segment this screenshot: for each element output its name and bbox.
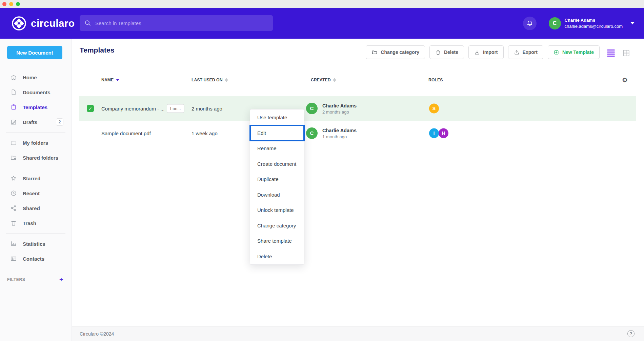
close-window-icon[interactable] [2,2,6,6]
role-badge[interactable]: H [439,128,448,138]
sidebar-item-home[interactable]: Home [0,70,72,85]
filters-label: FILTERS [7,277,25,282]
template-icon [10,104,17,111]
menu-item-edit[interactable]: Edit [250,125,304,141]
export-button[interactable]: Export [508,45,543,59]
sidebar-item-my-folders[interactable]: My folders [0,135,72,150]
role-badge[interactable]: S [429,103,439,113]
user-name: Charlie Adams [565,17,623,24]
menu-item-use-template[interactable]: Use template [250,110,304,125]
contact-card-icon [10,255,17,262]
filters-section: FILTERS + [0,272,72,283]
check-icon: ✓ [88,106,92,111]
footer: Circularo ©2024 ? [72,326,644,341]
context-menu: Use template Edit Rename Create document… [250,109,304,265]
new-template-button[interactable]: New Template [548,45,600,59]
sidebar-item-label: Trash [23,220,36,226]
created-time: 2 months ago [322,109,357,115]
new-document-button[interactable]: New Document [7,46,62,59]
sidebar-item-label: Shared [23,205,40,211]
created-cell: C Charlie Adams 1 month ago [306,127,357,139]
menu-item-share-template[interactable]: Share template [250,233,304,249]
plus-square-icon [554,49,559,55]
user-email: charlie.adams@circularo.com [565,24,623,29]
sidebar-item-shared-folders[interactable]: Shared folders [0,150,72,165]
sidebar-item-documents[interactable]: Documents [0,85,72,100]
brand-name: circularo [31,18,75,29]
row-checkbox-checked[interactable]: ✓ [87,105,94,112]
template-name[interactable]: Sample document.pdf [101,130,151,136]
sidebar-item-label: Documents [23,89,51,95]
menu-item-duplicate[interactable]: Duplicate [250,172,304,187]
menu-item-change-category[interactable]: Change category [250,218,304,234]
column-header-last-used[interactable]: LAST USED ON [192,78,228,82]
sidebar-item-label: Recent [23,190,40,196]
delete-button[interactable]: Delete [429,45,464,59]
sidebar-item-label: Shared folders [23,155,58,161]
column-header-created[interactable]: CREATED [311,78,336,82]
creator-name: Charlie Adams [322,127,357,134]
user-menu[interactable]: C Charlie Adams charlie.adams@circularo.… [549,17,635,29]
sidebar-divider [6,269,65,269]
sidebar-item-label: Statistics [23,241,45,247]
table-row[interactable]: ✓ Company memorandum - ... Loc... 2 mont… [79,96,636,121]
trash-icon [435,49,441,55]
role-badge[interactable]: I [429,128,439,138]
notifications-button[interactable] [523,17,537,30]
sidebar-item-statistics[interactable]: Statistics [0,236,72,251]
created-cell: C Charlie Adams 2 months ago [306,102,357,114]
menu-item-rename[interactable]: Rename [250,141,304,156]
sidebar-item-trash[interactable]: Trash [0,216,72,230]
sidebar-item-label: Starred [23,176,41,181]
list-view-icon[interactable] [607,49,615,57]
sidebar-nav: Home Documents Templates Drafts 2 [0,70,72,269]
menu-item-delete[interactable]: Delete [250,249,304,264]
share-icon [10,205,17,212]
creator-name: Charlie Adams [322,102,357,109]
main-content: Templates Change category Delete Import [72,39,644,341]
locked-badge: Loc... [167,104,184,113]
column-header-roles: ROLES [428,78,443,82]
sidebar-item-label: Home [23,75,37,80]
grid-view-icon[interactable] [622,49,630,57]
sidebar-item-recent[interactable]: Recent [0,186,72,201]
table-row[interactable]: Sample document.pdf 1 week ago C Charlie… [79,121,636,145]
add-filter-icon[interactable]: + [59,276,63,283]
import-button[interactable]: Import [468,45,504,59]
sidebar-item-starred[interactable]: Starred [0,171,72,186]
sidebar-item-shared[interactable]: Shared [0,201,72,216]
table-header: NAME LAST USED ON CREATED ROLES ⚙ [72,76,644,86]
user-avatar: C [549,17,561,29]
menu-item-download[interactable]: Download [250,187,304,203]
help-button[interactable]: ? [627,330,635,337]
template-name[interactable]: Company memorandum - ... [101,105,164,111]
bell-icon [526,20,534,27]
window-titlebar [0,0,644,8]
minimize-window-icon[interactable] [9,2,13,6]
column-header-name[interactable]: NAME [101,78,119,82]
menu-item-create-document[interactable]: Create document [250,156,304,172]
shared-folder-icon [10,154,17,161]
sidebar-item-label: Contacts [23,256,44,262]
zoom-window-icon[interactable] [16,2,20,6]
sidebar-item-label: Drafts [23,119,37,125]
copyright-text: Circularo ©2024 [80,331,114,337]
menu-item-unlock-template[interactable]: Unlock template [250,202,304,218]
sidebar-item-contacts[interactable]: Contacts [0,251,72,266]
brand-logo[interactable]: circularo [12,16,75,31]
folder-icon [10,139,17,146]
star-icon [10,175,17,182]
question-icon: ? [630,331,632,336]
column-settings-gear-icon[interactable]: ⚙ [622,76,628,84]
sidebar-divider [6,132,65,133]
sidebar-item-drafts[interactable]: Drafts 2 [0,115,72,129]
search-bar[interactable] [80,15,273,31]
bar-chart-icon [10,240,17,247]
sidebar-item-templates[interactable]: Templates [0,100,72,115]
change-category-button[interactable]: Change category [366,45,425,59]
sidebar: New Document Home Documents Templates [0,39,72,341]
search-input[interactable] [95,20,268,26]
import-icon [474,49,480,55]
sort-icon [225,78,228,82]
chevron-down-icon [630,22,635,24]
